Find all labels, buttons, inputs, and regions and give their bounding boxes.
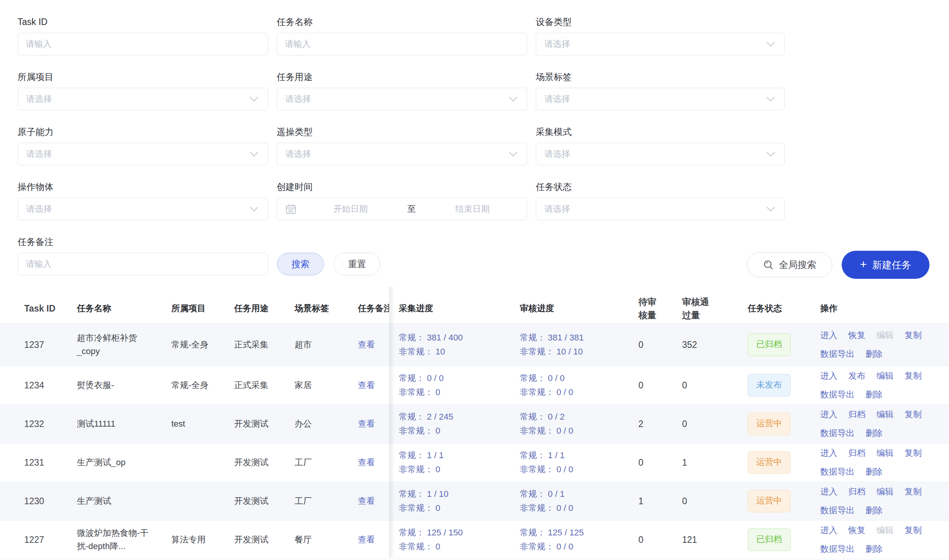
cell-pending-count: 0: [628, 379, 672, 392]
placeholder-text: 请选择: [26, 203, 52, 215]
action-export-link[interactable]: 数据导出: [820, 347, 855, 361]
action-archive-link[interactable]: 归档: [848, 485, 865, 498]
action-enter-link[interactable]: 进入: [820, 447, 837, 460]
task-name-input[interactable]: [277, 33, 527, 55]
action-edit-link[interactable]: 编辑: [876, 408, 894, 421]
task-purpose-select[interactable]: 请选择: [277, 88, 527, 110]
action-delete-link[interactable]: 删除: [865, 347, 883, 361]
task-remark-input[interactable]: [18, 253, 268, 275]
action-restore-link[interactable]: 恢复: [848, 524, 865, 537]
view-remark-link[interactable]: 查看: [358, 496, 375, 506]
action-copy-link[interactable]: 复制: [905, 447, 922, 460]
cell-pending-count: 0: [628, 533, 672, 546]
operate-object-select[interactable]: 请选择: [18, 198, 268, 220]
action-archive-link[interactable]: 归档: [848, 447, 865, 460]
action-delete-link[interactable]: 删除: [865, 504, 883, 517]
cell-approved-count: 352: [672, 338, 734, 351]
cell-task-id: 1234: [0, 379, 77, 392]
row-actions: 进入恢复编辑复制数据导出删除: [820, 329, 941, 361]
chevron-down-icon: [509, 97, 517, 102]
action-copy-link[interactable]: 复制: [905, 485, 922, 498]
table-row: 1234 熨烫衣服- 常规-全身 正式采集 家居 查看 常规： 0 / 0非常规…: [0, 366, 949, 405]
cell-review-progress: 常规： 0 / 2非常规： 0 / 0: [511, 410, 628, 438]
placeholder-text: 请选择: [26, 93, 52, 105]
action-delete-link[interactable]: 删除: [865, 542, 883, 556]
chevron-down-icon: [509, 152, 517, 157]
task-id-input[interactable]: [18, 33, 268, 55]
cell-purpose: 正式采集: [234, 338, 295, 351]
action-archive-link[interactable]: 归档: [848, 408, 865, 421]
view-remark-link[interactable]: 查看: [358, 380, 375, 390]
filter-label: 场景标签: [536, 71, 785, 82]
placeholder-text: 请选择: [544, 148, 570, 160]
action-export-link[interactable]: 数据导出: [820, 504, 855, 517]
filter-panel: Task ID 任务名称 设备类型 请选择 所属项目 请选择 任务用途 请选择: [0, 0, 949, 275]
table-row: 1227 微波炉加热食物-干扰-depth降... 算法专用 开发测试 餐厅 查…: [0, 521, 949, 559]
view-remark-link[interactable]: 查看: [358, 535, 375, 544]
scene-tag-select[interactable]: 请选择: [536, 88, 785, 110]
action-export-link[interactable]: 数据导出: [820, 427, 855, 440]
action-copy-link[interactable]: 复制: [905, 369, 922, 383]
teleop-type-select[interactable]: 请选择: [277, 143, 527, 165]
action-export-link[interactable]: 数据导出: [820, 465, 855, 478]
cell-review-progress: 常规： 125 / 125非常规： 0 / 0: [511, 526, 628, 554]
action-edit-link[interactable]: 编辑: [876, 447, 894, 460]
filter-bottom-row: 任务备注 搜索 重置 全局搜索 + 新建任务: [18, 236, 929, 275]
row-actions: 进入恢复编辑复制数据导出删除: [820, 524, 941, 556]
col-header-task-id: Task ID: [0, 302, 77, 315]
search-button[interactable]: 搜索: [277, 253, 324, 275]
atomic-ability-select[interactable]: 请选择: [18, 143, 268, 165]
row-actions: 进入发布编辑复制数据导出删除: [820, 369, 941, 401]
cell-review-progress: 常规： 1 / 1非常规： 0 / 0: [511, 448, 628, 477]
filter-group-scene-tag: 场景标签 请选择: [536, 71, 785, 110]
action-enter-link[interactable]: 进入: [820, 485, 837, 498]
table-row: 1230 生产测试 开发测试 工厂 查看 常规： 1 / 10非常规： 0 常规…: [0, 482, 949, 521]
chevron-down-icon: [766, 97, 775, 102]
action-enter-link[interactable]: 进入: [820, 329, 837, 342]
date-range-picker[interactable]: 开始日期 至 结束日期: [277, 198, 527, 220]
end-date-placeholder[interactable]: 结束日期: [418, 203, 527, 215]
view-remark-link[interactable]: 查看: [358, 419, 375, 429]
action-delete-link[interactable]: 删除: [865, 427, 883, 440]
action-delete-link[interactable]: 删除: [865, 388, 883, 401]
cell-task-name: 超市冷鲜柜补货_copy: [77, 331, 171, 358]
global-search-button[interactable]: 全局搜索: [747, 252, 832, 277]
table-row: 1237 超市冷鲜柜补货_copy 常规-全身 正式采集 超市 查看 常规： 3…: [0, 324, 949, 366]
col-header-project: 所属项目: [171, 302, 234, 315]
filter-label: 任务用途: [277, 71, 527, 82]
action-delete-link[interactable]: 删除: [865, 465, 883, 478]
calendar-icon: [286, 204, 296, 214]
chevron-down-icon: [250, 207, 258, 212]
filter-label: 原子能力: [18, 126, 268, 137]
cell-project: 常规-全身: [171, 379, 234, 392]
create-task-button[interactable]: + 新建任务: [842, 251, 929, 279]
reset-button[interactable]: 重置: [334, 253, 380, 275]
action-copy-link[interactable]: 复制: [905, 329, 922, 342]
action-export-link[interactable]: 数据导出: [820, 388, 855, 401]
action-enter-link[interactable]: 进入: [820, 524, 837, 537]
device-type-select[interactable]: 请选择: [536, 33, 785, 55]
action-copy-link[interactable]: 复制: [905, 408, 922, 421]
action-publish-link[interactable]: 发布: [848, 369, 865, 383]
cell-collect-progress: 常规： 1 / 1非常规： 0: [389, 448, 511, 477]
date-range-separator: 至: [405, 203, 418, 215]
project-select[interactable]: 请选择: [18, 88, 268, 110]
cell-scene: 餐厅: [295, 533, 358, 546]
action-enter-link[interactable]: 进入: [820, 408, 837, 421]
action-enter-link[interactable]: 进入: [820, 369, 837, 383]
filter-label: 操作物体: [18, 181, 268, 192]
start-date-placeholder[interactable]: 开始日期: [296, 203, 405, 215]
action-export-link[interactable]: 数据导出: [820, 542, 855, 556]
view-remark-link[interactable]: 查看: [358, 457, 375, 467]
action-restore-link[interactable]: 恢复: [848, 329, 865, 342]
collect-mode-select[interactable]: 请选择: [536, 143, 785, 165]
status-badge: 未发布: [748, 374, 791, 397]
cell-task-id: 1232: [0, 417, 77, 431]
action-copy-link[interactable]: 复制: [905, 524, 922, 537]
action-edit-link[interactable]: 编辑: [876, 369, 894, 383]
placeholder-text: 请选择: [544, 38, 570, 50]
task-status-select[interactable]: 请选择: [536, 198, 785, 220]
view-remark-link[interactable]: 查看: [358, 340, 375, 349]
cell-project: 算法专用: [171, 533, 234, 546]
action-edit-link[interactable]: 编辑: [876, 485, 894, 498]
